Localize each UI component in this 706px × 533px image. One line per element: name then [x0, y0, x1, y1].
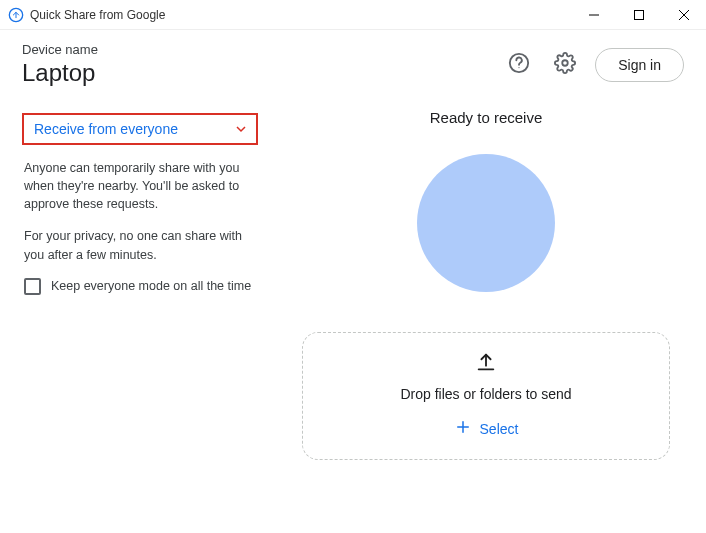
description-primary: Anyone can temporarily share with you wh…	[22, 159, 258, 213]
header: Device name Laptop Sign in	[0, 30, 706, 105]
ready-title: Ready to receive	[430, 109, 543, 126]
help-icon	[508, 52, 530, 77]
checkbox-label: Keep everyone mode on all the time	[51, 279, 251, 293]
receive-mode-dropdown[interactable]: Receive from everyone	[22, 113, 258, 145]
titlebar: Quick Share from Google	[0, 0, 706, 30]
avatar-placeholder	[417, 154, 555, 292]
device-name-label: Device name	[22, 42, 503, 57]
dropzone[interactable]: Drop files or folders to send Select	[302, 332, 670, 460]
dropdown-label: Receive from everyone	[34, 121, 178, 137]
close-button[interactable]	[661, 0, 706, 30]
svg-point-3	[519, 67, 520, 68]
svg-point-4	[562, 60, 568, 66]
sign-in-button[interactable]: Sign in	[595, 48, 684, 82]
svg-rect-1	[634, 10, 643, 19]
maximize-button[interactable]	[616, 0, 661, 30]
description-privacy: For your privacy, no one can share with …	[22, 227, 258, 263]
plus-icon	[454, 418, 472, 439]
body: Receive from everyone Anyone can tempora…	[0, 105, 706, 532]
keep-everyone-checkbox-row[interactable]: Keep everyone mode on all the time	[22, 278, 258, 295]
gear-icon	[554, 52, 576, 77]
window-controls	[571, 0, 706, 30]
select-button[interactable]: Select	[454, 418, 519, 439]
app-title: Quick Share from Google	[30, 8, 571, 22]
select-label: Select	[480, 421, 519, 437]
right-panel: Ready to receive Drop files or folders t…	[282, 105, 690, 516]
minimize-button[interactable]	[571, 0, 616, 30]
app-icon	[8, 7, 24, 23]
left-panel: Receive from everyone Anyone can tempora…	[16, 105, 264, 516]
chevron-down-icon	[236, 122, 246, 137]
upload-icon	[475, 351, 497, 376]
checkbox-icon	[24, 278, 41, 295]
header-actions: Sign in	[503, 48, 684, 82]
device-block: Device name Laptop	[22, 42, 503, 87]
drop-text: Drop files or folders to send	[400, 386, 571, 402]
help-button[interactable]	[503, 49, 535, 81]
device-name-value: Laptop	[22, 59, 503, 87]
settings-button[interactable]	[549, 49, 581, 81]
